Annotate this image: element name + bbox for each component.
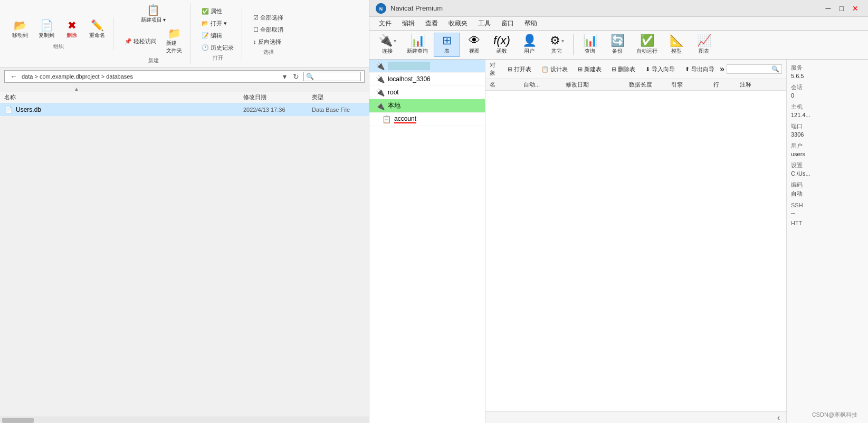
search-icon: 🔍 (306, 73, 314, 80)
tree-item-root[interactable]: 🔌 root (369, 86, 485, 99)
select-all-icon: ☑ (253, 14, 259, 21)
organize-label: 组织 (53, 42, 64, 50)
search-box: 🔍 (303, 72, 361, 81)
tree-label-localhost: localhost_3306 (388, 75, 431, 83)
obj-content (485, 91, 786, 411)
nav-info-panel: 服务 5.6.5 会话 0 主机 121.4... 端口 3306 用户 use… (786, 60, 868, 423)
tree-icon-root: 🔌 (376, 88, 385, 97)
file-item-usersdb[interactable]: 📄 Users.db 2022/4/13 17:36 Data Base Fil… (0, 103, 369, 117)
tree-item-local[interactable]: 🔌 本地 (369, 99, 485, 113)
select-all-button[interactable]: ☑ 全部选择 (250, 12, 287, 23)
history-button[interactable]: 🕐 历史记录 (198, 42, 237, 53)
open-button[interactable]: 📂 打开 ▾ (198, 18, 237, 29)
new-table-button[interactable]: ⊞ 新建表 (573, 64, 606, 75)
obj-col-engine: 引擎 (671, 81, 713, 89)
sort-indicator: ▲ (0, 85, 369, 92)
edit-button[interactable]: 📝 编辑 (198, 30, 237, 41)
tree-item-empty[interactable]: 🔌 (369, 60, 485, 73)
view-icon: 👁 (469, 35, 480, 46)
copy-to-button[interactable]: 📄 复制到 (35, 18, 58, 41)
properties-button[interactable]: ✅ 属性 (198, 6, 237, 17)
window-controls: ─ □ ✕ (823, 3, 862, 14)
obj-label: 对象 (490, 61, 498, 77)
import-wizard-button[interactable]: ⬇ 导入向导 (641, 64, 680, 75)
info-server: 服务 5.6.5 (791, 64, 864, 79)
copy-icon: 📄 (40, 20, 53, 31)
table-button[interactable]: ⊞ 表 (434, 33, 460, 57)
user-button[interactable]: 👤 用户 (516, 33, 542, 57)
file-date-usersdb: 2022/4/13 17:36 (243, 107, 312, 113)
export-wizard-button[interactable]: ⬆ 导出向导 (680, 64, 719, 75)
minimize-button[interactable]: ─ (823, 3, 834, 14)
easy-access-button[interactable]: 📌 轻松访问 (121, 26, 160, 56)
properties-icon: ✅ (202, 8, 209, 15)
tree-item-account[interactable]: 📋 account (369, 113, 485, 126)
open-icon: 📂 (202, 20, 209, 27)
rename-button[interactable]: ✏️ 重命名 (85, 18, 109, 41)
menu-favorites[interactable]: 收藏夹 (443, 17, 473, 30)
cancel-all-button[interactable]: ☐ 全部取消 (250, 24, 287, 35)
menu-window[interactable]: 窗口 (496, 17, 519, 30)
tree-item-localhost[interactable]: 🔌 localhost_3306 (369, 73, 485, 86)
tree-label-local: 本地 (388, 101, 400, 110)
table-icon: ⊞ (442, 35, 452, 46)
chart-button[interactable]: 📈 图表 (691, 33, 717, 57)
nav-main: 对象 ⊞ 打开表 📋 设计表 ⊞ 新建表 ⊟ 删除表 ⬇ (485, 60, 786, 423)
col-type-header: 类型 (312, 93, 365, 101)
file-list-header: 名称 修改日期 类型 (0, 92, 369, 103)
view-button[interactable]: 👁 视图 (461, 33, 488, 57)
model-button[interactable]: 📐 模型 (663, 33, 690, 57)
obj-search-input[interactable] (729, 66, 771, 72)
cancel-all-icon: ☐ (253, 26, 259, 33)
new-query-button[interactable]: 📊 新建查询 (402, 33, 433, 57)
h-scrollbar[interactable] (0, 417, 369, 423)
delete-table-button[interactable]: ⊟ 删除表 (607, 64, 640, 75)
menu-file[interactable]: 文件 (374, 17, 397, 30)
watermark: CSDN@寒枫科技 (812, 411, 857, 419)
obj-search-box: 🔍 (727, 64, 782, 74)
obj-col-auto: 自动... (523, 81, 566, 89)
chart-icon: 📈 (697, 35, 711, 46)
obj-col-comment: 注释 (740, 81, 782, 89)
menu-view[interactable]: 查看 (420, 17, 443, 30)
design-table-button[interactable]: 📋 设计表 (537, 64, 573, 75)
query-button[interactable]: 📊 查询 (577, 33, 603, 57)
maximize-button[interactable]: □ (836, 3, 847, 14)
organize-container: 📂 移动到 📄 复制到 ✖ 删除 ✏️ 重命 (8, 17, 109, 50)
toolbar-separator-1 (573, 34, 574, 55)
menu-help[interactable]: 帮助 (519, 17, 542, 30)
close-button[interactable]: ✕ (849, 3, 862, 14)
new-folder-button[interactable]: 📁 新建 文件夹 (163, 26, 186, 56)
delete-button[interactable]: ✖ 删除 (61, 18, 82, 41)
expand-btn[interactable]: » (720, 64, 724, 74)
other-button[interactable]: ⚙ ▾ 其它 (543, 33, 570, 57)
open-container: ✅ 属性 📂 打开 ▾ 📝 编辑 🕐 (198, 6, 237, 62)
connect-button[interactable]: 🔌 ▾ 连接 (374, 33, 401, 57)
dropdown-button[interactable]: ▾ (281, 72, 289, 81)
invert-icon: ↕ (253, 39, 256, 45)
open-table-button[interactable]: ⊞ 打开表 (503, 64, 536, 75)
move-to-button[interactable]: 📂 移动到 (8, 18, 32, 41)
refresh-button[interactable]: ↻ (291, 72, 301, 81)
tree-label-0 (388, 62, 430, 70)
backup-button[interactable]: 🔄 备份 (604, 33, 631, 57)
menu-edit[interactable]: 编辑 (397, 17, 420, 30)
invert-select-button[interactable]: ↕ 反向选择 (250, 36, 287, 47)
menu-tools[interactable]: 工具 (473, 17, 496, 30)
move-icon: 📂 (14, 20, 27, 31)
import-icon: ⬇ (645, 66, 650, 72)
easy-access-icon: 📌 (125, 38, 132, 45)
backup-icon: 🔄 (611, 35, 625, 46)
col-date-header: 修改日期 (243, 93, 312, 101)
back-button[interactable]: ← (8, 72, 20, 81)
new-item-button[interactable]: 📋 新建项目 ▾ (137, 3, 170, 25)
edit-icon: 📝 (202, 32, 209, 39)
info-encoding: 编码 自动 (791, 181, 864, 198)
nav-bottom-left-arrow[interactable]: ‹ (775, 413, 782, 422)
function-button[interactable]: f(x) 函数 (489, 33, 515, 57)
obj-col-date: 修改日期 (566, 81, 629, 89)
auto-run-button[interactable]: ✅ 自动运行 (632, 33, 662, 57)
search-input[interactable] (316, 73, 358, 80)
col-name-header: 名称 (4, 93, 243, 101)
new-group: 📋 新建项目 ▾ 📌 轻松访问 📁 新建 文件夹 新建 (117, 3, 190, 64)
